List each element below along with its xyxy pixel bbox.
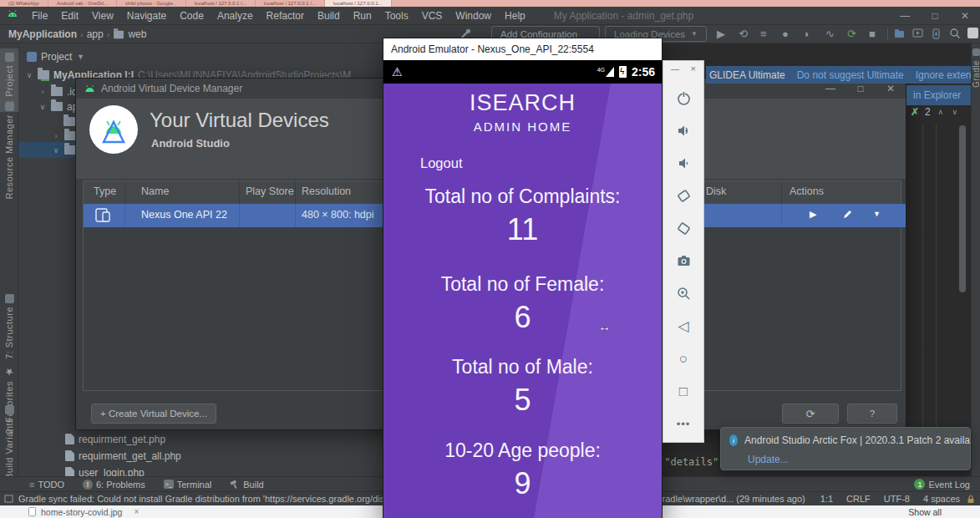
col-play-store[interactable]: Play Store <box>246 185 294 197</box>
menu-file[interactable]: File <box>25 10 54 22</box>
menu-help[interactable]: Help <box>498 10 532 22</box>
screenshot-camera-icon[interactable] <box>668 245 699 277</box>
breadcrumb-module[interactable]: app <box>87 28 104 40</box>
device-manager-icon[interactable] <box>912 28 923 39</box>
device-more-actions-icon[interactable]: ▼ <box>873 210 881 218</box>
zoom-icon[interactable] <box>668 277 699 310</box>
attach-debugger-icon[interactable]: ⟲ <box>739 28 748 40</box>
profile-avatar[interactable] <box>967 28 978 38</box>
col-resolution[interactable]: Resolution <box>302 185 351 197</box>
menu-navigate[interactable]: Navigate <box>120 10 173 22</box>
browser-tab[interactable]: (2) WhatsApp <box>0 0 48 7</box>
menu-run[interactable]: Run <box>347 10 378 22</box>
update-link[interactable]: Update... <box>748 454 789 465</box>
search-everywhere-icon[interactable] <box>949 28 961 39</box>
power-icon[interactable] <box>668 82 699 114</box>
menu-code[interactable]: Code <box>173 10 211 22</box>
edit-device-icon[interactable] <box>842 209 853 220</box>
ide-close-button[interactable]: ✕ <box>950 7 980 25</box>
avd-help-button[interactable]: ? <box>847 404 897 424</box>
expand-arrow-icon[interactable]: ∨ <box>25 71 33 79</box>
collapse-arrow-icon[interactable]: › <box>38 88 47 96</box>
more-options-icon[interactable]: ••• <box>668 408 699 440</box>
status-message[interactable]: Gradle sync failed: Could not install Gr… <box>18 494 390 504</box>
emulator-minimize-button[interactable]: — <box>671 64 679 74</box>
encoding-indicator[interactable]: UTF-8 <box>884 494 910 504</box>
show-all-downloads[interactable]: Show all <box>908 507 942 517</box>
event-log-tab[interactable]: 1 Event Log <box>914 479 970 490</box>
browser-tab[interactable]: localhost / 127.0.0.1 /... <box>186 0 256 7</box>
indent-indicator[interactable]: 4 spaces <box>923 494 960 504</box>
browser-tab-active[interactable]: localhost / 127.0.0.1... <box>325 0 392 7</box>
banner-action-do-not-suggest[interactable]: Do not suggest Ultimate <box>797 69 904 81</box>
tool-tab-build-variants[interactable]: Build Variants <box>0 405 18 480</box>
device-file-explorer-icon[interactable] <box>894 28 905 39</box>
tool-tab-structure[interactable]: 7: Structure <box>0 294 18 359</box>
banner-action-ignore-extension[interactable]: Ignore extension <box>916 69 971 81</box>
download-close-icon[interactable]: × <box>134 507 139 516</box>
previous-match-icon[interactable]: ∧ <box>937 108 945 116</box>
browser-tab[interactable]: Android vab - OneDri... <box>48 0 117 7</box>
problems-tab[interactable]: ! 6: Problems <box>83 480 145 490</box>
emulator-title-bar[interactable]: Android Emulator - Nexus_One_API_22:5554 <box>383 38 662 60</box>
browser-tab[interactable]: localhost / 127.0.0.1 /... <box>256 0 325 7</box>
col-name[interactable]: Name <box>141 185 169 197</box>
coverage-icon[interactable]: ◗ <box>804 28 810 40</box>
notification-title: Android Studio Arctic Fox | 2020.3.1 Pat… <box>744 434 970 446</box>
sdk-manager-icon[interactable] <box>931 28 942 39</box>
download-item-name[interactable]: home-story-covid.jpg <box>41 507 122 517</box>
terminal-tab[interactable]: >_ Terminal <box>164 480 212 490</box>
rotate-left-icon[interactable] <box>668 180 699 212</box>
browser-tab[interactable]: child photos - Google... <box>117 0 186 7</box>
tool-tab-resource-manager[interactable]: Resource Manager <box>0 102 18 200</box>
expand-arrow-icon[interactable]: ∨ <box>52 146 60 155</box>
home-icon[interactable]: ○ <box>668 343 699 375</box>
ide-minimize-button[interactable]: — <box>890 7 920 25</box>
profiler-icon[interactable]: ∿ <box>825 28 835 40</box>
project-panel-header[interactable]: Project ▼ <box>27 48 84 64</box>
launch-device-icon[interactable]: ▶ <box>810 209 816 220</box>
line-ending-indicator[interactable]: CRLF <box>846 494 871 504</box>
back-icon[interactable]: ◁ <box>668 310 699 343</box>
menu-refactor[interactable]: Refactor <box>260 10 311 22</box>
menu-vcs[interactable]: VCS <box>415 10 449 22</box>
collapse-arrow-icon[interactable]: › <box>52 132 60 140</box>
gradle-sync-icon[interactable]: ⟳ <box>847 28 856 40</box>
rotate-right-icon[interactable] <box>668 212 699 245</box>
col-type[interactable]: Type <box>94 185 116 197</box>
menu-tools[interactable]: Tools <box>378 10 415 22</box>
breadcrumb-project[interactable]: MyApplication <box>8 28 77 40</box>
ide-maximize-button[interactable]: □ <box>920 7 950 25</box>
emulator-close-button[interactable]: × <box>691 63 696 74</box>
build-tab[interactable]: Build <box>230 480 263 490</box>
run-configurations-icon[interactable]: ≡ <box>760 28 767 40</box>
menu-edit[interactable]: Edit <box>54 10 85 22</box>
menu-build[interactable]: Build <box>311 10 347 22</box>
tree-row-file[interactable]: requirment_get_all.php <box>65 448 181 464</box>
col-disk[interactable]: Disk <box>706 185 726 197</box>
editor-scrollbar[interactable] <box>959 125 966 292</box>
volume-down-icon[interactable] <box>668 147 699 180</box>
stop-icon[interactable]: ■ <box>869 28 876 40</box>
create-virtual-device-button[interactable]: + Create Virtual Device... <box>91 404 216 424</box>
next-match-icon[interactable]: ∨ <box>951 108 959 116</box>
tree-row-file[interactable]: requirment_get.php <box>65 431 165 447</box>
breadcrumb-folder[interactable]: web <box>128 28 146 40</box>
menu-view[interactable]: View <box>85 10 120 22</box>
menu-window[interactable]: Window <box>449 10 498 22</box>
expand-arrow-icon[interactable]: ∨ <box>38 103 47 111</box>
debug-icon[interactable]: ● <box>782 28 789 40</box>
todo-tab[interactable]: ≡ TODO <box>29 480 64 490</box>
run-icon[interactable]: ▶ <box>717 28 725 40</box>
overview-icon[interactable]: □ <box>668 375 699 408</box>
volume-up-icon[interactable] <box>668 114 699 147</box>
refresh-devices-button[interactable]: ⟳ <box>782 404 839 424</box>
logout-button[interactable]: Logout <box>420 155 462 171</box>
tool-tab-gradle[interactable]: Gradle <box>972 60 980 88</box>
avd-window-title: Android Virtual Device Manager <box>101 83 242 94</box>
banner-action-in-explorer[interactable]: in Explorer <box>913 89 961 101</box>
menu-analyze[interactable]: Analyze <box>211 10 260 22</box>
col-actions[interactable]: Actions <box>790 185 824 197</box>
caret-position[interactable]: 1:1 <box>820 494 833 504</box>
lock-icon[interactable] <box>967 495 975 504</box>
